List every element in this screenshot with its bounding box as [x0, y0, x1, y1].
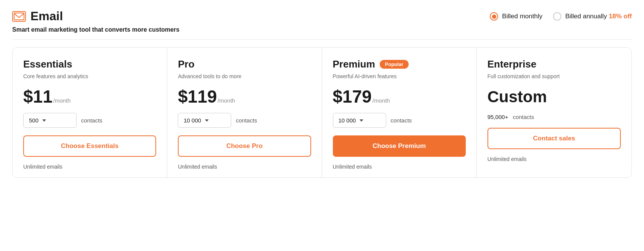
contacts-select-premium[interactable]: 10 000: [333, 113, 386, 128]
page-subtitle: Smart email marketing tool that converts…: [12, 26, 179, 33]
plan-card-enterprise: Enterprise Full customization and suppor…: [477, 48, 631, 177]
logo-row: Email: [12, 9, 179, 23]
billing-annually-label: Billed annually 18% off: [565, 13, 632, 20]
billing-monthly-radio-inner: [492, 14, 496, 19]
billing-monthly-option[interactable]: Billed monthly: [490, 12, 542, 21]
contacts-select-essentials[interactable]: 500: [23, 113, 77, 128]
contacts-label-essentials: contacts: [81, 117, 102, 124]
cta-button-premium[interactable]: Choose Premium: [333, 135, 466, 157]
contacts-value-essentials: 500: [29, 117, 38, 124]
price-period-pro: /month: [218, 97, 235, 104]
price-row-pro: $119/month: [178, 88, 311, 105]
contacts-row-enterprise: 95,000+ contacts: [487, 114, 621, 120]
plan-name-essentials: Essentials: [23, 58, 72, 70]
contacts-label-premium: contacts: [391, 117, 412, 124]
chevron-down-icon-essentials: [42, 119, 46, 122]
price-period-essentials: /month: [53, 97, 71, 104]
plan-card-pro: Pro Advanced tools to do more $119/month…: [167, 48, 322, 177]
header-divider: [12, 39, 632, 40]
cta-button-enterprise[interactable]: Contact sales: [487, 128, 621, 149]
feature-text-essentials: Unlimited emails: [23, 164, 156, 170]
billing-monthly-label: Billed monthly: [502, 13, 542, 20]
plan-card-premium: Premium Popular Powerful AI-driven featu…: [322, 48, 477, 177]
plan-desc-essentials: Core features and analytics: [23, 73, 156, 81]
plan-name-row-premium: Premium Popular: [333, 58, 466, 70]
plan-name-premium: Premium: [333, 58, 375, 70]
plan-desc-premium: Powerful AI-driven features: [333, 73, 466, 81]
page-header: Email Smart email marketing tool that co…: [12, 9, 632, 33]
billing-toggle: Billed monthly Billed annually 18% off: [490, 9, 632, 21]
price-amount-essentials: $11: [23, 88, 53, 105]
price-row-essentials: $11/month: [23, 88, 156, 105]
plan-name-row-essentials: Essentials: [23, 58, 156, 70]
popular-badge-premium: Popular: [380, 60, 409, 69]
billing-annually-radio[interactable]: [553, 12, 561, 21]
price-custom-enterprise: Custom: [487, 88, 547, 106]
feature-text-enterprise: Unlimited emails: [487, 156, 621, 162]
plan-desc-pro: Advanced tools to do more: [178, 73, 311, 81]
plan-desc-enterprise: Full customization and support: [487, 73, 621, 81]
billing-monthly-radio[interactable]: [490, 12, 498, 21]
chevron-down-icon-pro: [205, 119, 209, 122]
plan-name-pro: Pro: [178, 58, 194, 70]
cta-button-pro[interactable]: Choose Pro: [178, 135, 311, 157]
cta-button-essentials[interactable]: Choose Essentials: [23, 135, 156, 157]
contacts-row-essentials: 500 contacts: [23, 113, 156, 128]
contacts-value-pro: 10 000: [184, 117, 201, 124]
contacts-row-premium: 10 000 contacts: [333, 113, 466, 128]
plan-name-enterprise: Enterprise: [487, 58, 537, 70]
billing-annually-option[interactable]: Billed annually 18% off: [553, 12, 632, 21]
price-row-enterprise: Custom: [487, 88, 621, 106]
contacts-label-pro: contacts: [236, 117, 257, 124]
page-title: Email: [30, 9, 63, 23]
price-amount-pro: $119: [178, 88, 217, 105]
svg-rect-0: [14, 13, 24, 20]
price-row-premium: $179/month: [333, 88, 466, 105]
email-icon: [12, 11, 26, 22]
plan-name-row-enterprise: Enterprise: [487, 58, 621, 70]
feature-text-premium: Unlimited emails: [333, 164, 466, 170]
chevron-down-icon-premium: [360, 119, 363, 122]
plans-grid: Essentials Core features and analytics $…: [12, 47, 632, 178]
plan-name-row-pro: Pro: [178, 58, 311, 70]
contacts-select-pro[interactable]: 10 000: [178, 113, 231, 128]
price-amount-premium: $179: [333, 88, 372, 105]
contacts-value-premium: 10 000: [339, 117, 356, 124]
contacts-row-pro: 10 000 contacts: [178, 113, 311, 128]
contacts-label-enterprise: contacts: [513, 114, 534, 120]
feature-text-pro: Unlimited emails: [178, 164, 311, 170]
annually-off-badge: 18% off: [609, 13, 632, 20]
plan-card-essentials: Essentials Core features and analytics $…: [13, 48, 167, 177]
price-period-premium: /month: [372, 97, 390, 104]
contacts-static-enterprise: 95,000+: [487, 114, 508, 120]
logo-area: Email Smart email marketing tool that co…: [12, 9, 179, 33]
